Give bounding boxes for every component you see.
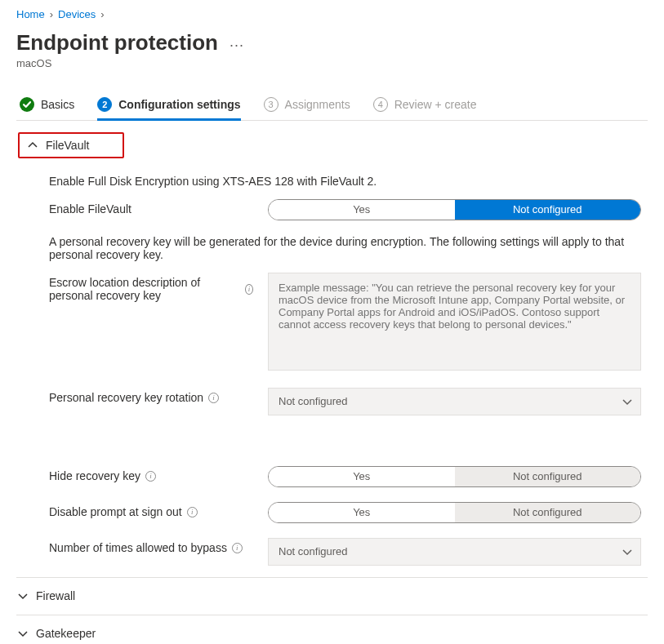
more-actions-icon[interactable]: ··· bbox=[230, 37, 244, 54]
step-number-icon: 2 bbox=[97, 97, 112, 112]
page-subtitle: macOS bbox=[16, 57, 648, 69]
tab-configuration-settings[interactable]: 2 Configuration settings bbox=[97, 91, 240, 120]
hide-recovery-key-label: Hide recovery key bbox=[49, 469, 140, 482]
filevault-panel: Enable Full Disk Encryption using XTS-AE… bbox=[16, 163, 648, 577]
page-title: Endpoint protection bbox=[16, 30, 218, 56]
step-number-icon: 3 bbox=[264, 97, 279, 112]
chevron-up-icon bbox=[28, 140, 38, 150]
section-header-filevault[interactable]: FileVault bbox=[18, 132, 124, 158]
disable-prompt-label: Disable prompt at sign out bbox=[49, 505, 182, 518]
tab-assignments[interactable]: 3 Assignments bbox=[264, 91, 350, 120]
info-icon[interactable]: i bbox=[245, 284, 253, 295]
tab-config-label: Configuration settings bbox=[118, 98, 240, 111]
info-icon[interactable]: i bbox=[187, 507, 198, 517]
tab-basics-label: Basics bbox=[41, 98, 74, 111]
hide-recovery-key-toggle[interactable]: Yes Not configured bbox=[268, 466, 641, 487]
enable-filevault-yes[interactable]: Yes bbox=[269, 200, 455, 220]
breadcrumb-sep-icon: › bbox=[100, 8, 104, 20]
chevron-down-icon bbox=[18, 628, 28, 638]
enable-filevault-toggle[interactable]: Yes Not configured bbox=[268, 199, 641, 220]
breadcrumb-home[interactable]: Home bbox=[16, 8, 45, 20]
tab-review-create[interactable]: 4 Review + create bbox=[373, 91, 477, 120]
info-icon[interactable]: i bbox=[232, 543, 243, 553]
bypass-count-select[interactable]: Not configured bbox=[268, 538, 641, 566]
filevault-intro: Enable Full Disk Encryption using XTS-AE… bbox=[49, 175, 641, 188]
enable-filevault-label: Enable FileVault bbox=[49, 199, 253, 215]
disable-prompt-notconfigured[interactable]: Not configured bbox=[455, 503, 641, 522]
section-name-filevault: FileVault bbox=[46, 139, 89, 152]
info-icon[interactable]: i bbox=[145, 471, 156, 482]
chevron-down-icon bbox=[18, 591, 28, 601]
disable-prompt-toggle[interactable]: Yes Not configured bbox=[268, 502, 641, 523]
tab-basics[interactable]: Basics bbox=[20, 91, 74, 120]
step-number-icon: 4 bbox=[373, 97, 388, 112]
check-circle-icon bbox=[20, 97, 34, 112]
hide-recovery-yes[interactable]: Yes bbox=[269, 467, 455, 486]
tab-assignments-label: Assignments bbox=[285, 98, 350, 111]
breadcrumb-sep-icon: › bbox=[50, 8, 53, 20]
section-name-gatekeeper: Gatekeeper bbox=[36, 627, 96, 640]
hide-recovery-notconfigured[interactable]: Not configured bbox=[455, 467, 641, 486]
rotation-select[interactable]: Not configured bbox=[268, 388, 641, 415]
chevron-down-icon bbox=[622, 397, 632, 406]
bypass-count-label: Number of times allowed to bypass bbox=[49, 541, 227, 554]
section-header-gatekeeper[interactable]: Gatekeeper bbox=[16, 615, 648, 644]
info-icon[interactable]: i bbox=[208, 393, 219, 403]
breadcrumb: Home › Devices › bbox=[16, 5, 648, 29]
recovery-key-note: A personal recovery key will be generate… bbox=[49, 235, 641, 261]
escrow-description-label: Escrow location description of personal … bbox=[49, 276, 240, 302]
escrow-description-input[interactable] bbox=[268, 273, 641, 371]
rotation-label: Personal recovery key rotation bbox=[49, 391, 203, 404]
bypass-count-value: Not configured bbox=[279, 545, 348, 557]
disable-prompt-yes[interactable]: Yes bbox=[269, 503, 455, 522]
tab-review-label: Review + create bbox=[394, 98, 477, 111]
section-name-firewall: Firewall bbox=[36, 589, 75, 602]
section-header-firewall[interactable]: Firewall bbox=[16, 577, 648, 615]
breadcrumb-devices[interactable]: Devices bbox=[58, 8, 96, 20]
wizard-tabs: Basics 2 Configuration settings 3 Assign… bbox=[16, 91, 648, 121]
chevron-down-icon bbox=[622, 547, 632, 557]
enable-filevault-notconfigured[interactable]: Not configured bbox=[455, 200, 641, 220]
rotation-value: Not configured bbox=[279, 395, 348, 407]
